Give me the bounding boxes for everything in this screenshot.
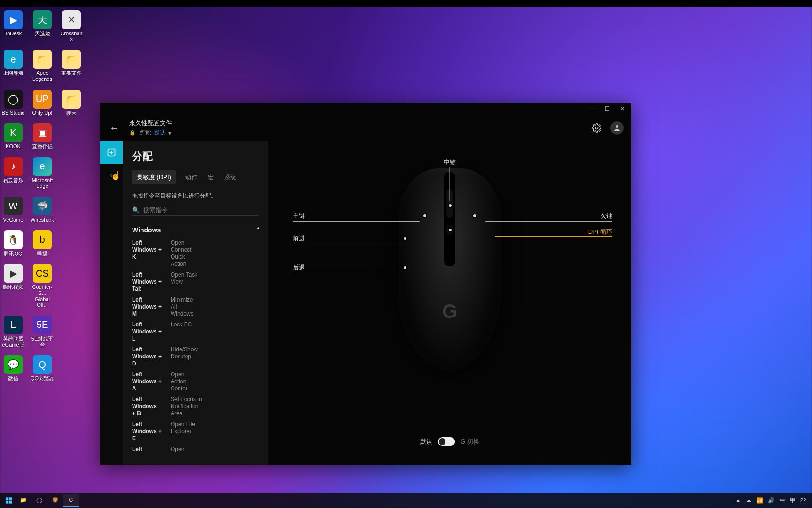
window-minimize-button[interactable]: ― [585, 103, 599, 114]
rail-sensitivity-button[interactable]: ‹ ☝ [100, 164, 123, 186]
command-row[interactable]: Left Windows + LLock PC [132, 319, 265, 344]
desktop-icon-netnav[interactable]: e上网导航 [0, 50, 26, 82]
profile-title: 永久性配置文件 [129, 119, 172, 127]
taskbar-explorer[interactable]: 📁 [15, 494, 31, 507]
command-desc: Lock PC [171, 321, 192, 342]
left-rail: ‹ ☝ [100, 141, 123, 465]
desktop-icon-chat[interactable]: 📁聊天 [58, 90, 85, 116]
desktop-icon-netease[interactable]: ♪易云音乐 [0, 157, 26, 189]
command-desc: Open [171, 446, 184, 453]
search-icon: 🔍 [132, 206, 140, 214]
tray-weather-icon[interactable]: ☁ [746, 497, 751, 504]
tray-volume-icon[interactable]: 🔊 [768, 497, 775, 504]
dot-dpi[interactable] [448, 228, 453, 232]
command-desc: Open Task View [171, 271, 197, 293]
desktop-icon-obs[interactable]: ◯BS Studio [0, 90, 26, 116]
user-icon [613, 124, 621, 132]
desktop-icon-5e[interactable]: 5E5E对战平台 [29, 316, 55, 348]
chevron-down-icon: ▾ [168, 130, 171, 136]
account-button[interactable] [610, 121, 624, 135]
plus-square-icon [107, 148, 116, 157]
desktop-icon-lol[interactable]: L英雄联盟 еGame版 [0, 316, 26, 348]
search-input[interactable] [143, 206, 259, 214]
desktop-icon-todesk[interactable]: ▶ToDesk [0, 10, 26, 42]
tray-time[interactable]: 22 [800, 497, 806, 504]
tray-overflow[interactable]: ▲ [735, 497, 741, 504]
toggle-gshift-label: G 切换 [461, 437, 479, 446]
command-row[interactable]: LeftOpen [132, 444, 265, 455]
command-row[interactable]: Left Windows + DHide/Show Desktop [132, 344, 265, 369]
section-windows[interactable]: Windows ˄ [132, 222, 265, 238]
dot-forward[interactable] [403, 236, 407, 241]
dot-back[interactable] [403, 265, 407, 270]
settings-button[interactable] [591, 122, 603, 134]
dot-secondary[interactable] [472, 214, 477, 218]
desktop-icon-csgo[interactable]: CSCounter-S... Global Off... [29, 264, 55, 308]
command-row[interactable]: Left Windows + TabOpen Task View [132, 270, 265, 294]
command-keys: Left Windows + D [132, 346, 166, 367]
taskbar-app2[interactable]: 🦁 [47, 494, 63, 507]
desktop-icon-qq[interactable]: 🐧腾讯QQ [0, 230, 26, 257]
command-keys: Left [132, 446, 166, 453]
tray-ime-zh[interactable]: 中 [780, 497, 785, 505]
tray-ime-mode[interactable]: 甲 [790, 497, 796, 505]
desktop-icon-wechat[interactable]: 💬微信 [0, 355, 26, 381]
taskbar-ghub[interactable]: G [63, 494, 79, 507]
tab-system[interactable]: 系统 [223, 170, 237, 184]
desktop-icon-edge[interactable]: eMicrosoft Edge [29, 157, 55, 189]
desktop-icon-important[interactable]: 📁重要文件 [58, 50, 85, 82]
command-desc: Set Focus in Notification Area [171, 396, 202, 417]
screen-top-black-bar [0, 0, 812, 7]
category-tabs: 灵敏度 (DPI) 动作 宏 系统 [123, 170, 268, 189]
device-canvas: G 中键 主键 次键 DPI 循环 前进 后退 [268, 141, 631, 465]
desktop-icon-bibo[interactable]: b哔播 [29, 230, 55, 257]
start-button[interactable] [3, 494, 15, 507]
gear-icon [592, 123, 601, 133]
gshift-switch[interactable] [438, 437, 455, 446]
desktop-icon-kook[interactable]: KKOOK [0, 123, 26, 150]
commands-list[interactable]: Windows ˄ Left Windows + KOpen Connect Q… [123, 219, 268, 465]
desktop-icon-crosshairx[interactable]: ✕Crosshair X [58, 10, 85, 42]
svg-rect-4 [9, 497, 12, 500]
windows-taskbar: 📁 ◯ 🦁 G ▲ ☁ 📶 🔊 中 甲 22 [0, 493, 812, 508]
command-row[interactable]: Left Windows + KOpen Connect Quick Actio… [132, 238, 265, 270]
command-desc: Open Action Center [171, 371, 187, 392]
desktop-icon-wegame[interactable]: WVeGame [0, 197, 26, 223]
command-keys: Left Windows + A [132, 371, 166, 392]
desktop-icon-qqbrowser[interactable]: QQQ浏览器 [29, 355, 55, 381]
window-titlebar: ― ☐ ✕ [100, 103, 631, 115]
command-desc: Hide/Show Desktop [171, 346, 198, 367]
system-tray: ▲ ☁ 📶 🔊 中 甲 22 [735, 497, 809, 505]
desktop-icon-tianxuanji[interactable]: 天天选姬 [29, 10, 55, 42]
command-row[interactable]: Left Windows + MMinimize All Windows [132, 294, 265, 319]
svg-rect-3 [6, 497, 8, 500]
assignments-panel: 分配 灵敏度 (DPI) 动作 宏 系统 拖拽指令至目标设备以进行分配。 🔍 W… [123, 141, 268, 465]
desktop-icon-livemate[interactable]: ▣直播伴侣 [29, 123, 55, 150]
window-close-button[interactable]: ✕ [615, 103, 629, 114]
tab-dpi[interactable]: 灵敏度 (DPI) [132, 170, 176, 184]
command-row[interactable]: Left Windows + AOpen Action Center [132, 369, 265, 394]
ghub-window: ― ☐ ✕ ← 永久性配置文件 🔒 桌面: 默认 ▾ [100, 103, 631, 465]
tab-macros[interactable]: 宏 [207, 170, 215, 184]
profile-selector[interactable]: 🔒 桌面: 默认 ▾ [129, 129, 172, 137]
command-row[interactable]: Left Windows + BSet Focus in Notificatio… [132, 394, 265, 419]
command-row[interactable]: Left Windows + EOpen File Explorer [132, 419, 265, 444]
desktop-icon-tencentvideo[interactable]: ▶腾讯视频 [0, 264, 26, 308]
desktop-icon-onlyup[interactable]: UPOnly Up! [29, 90, 55, 116]
command-desc: Open Connect Quick Action [171, 239, 192, 268]
rail-assign-button[interactable] [100, 141, 123, 164]
tray-network-icon[interactable]: 📶 [756, 497, 763, 504]
command-keys: Left Windows + K [132, 239, 166, 268]
search-field[interactable]: 🔍 [132, 205, 259, 216]
tab-actions[interactable]: 动作 [184, 170, 198, 184]
desktop-icon-apex[interactable]: 📁Apex Legends [29, 50, 55, 82]
dot-primary[interactable] [422, 214, 427, 218]
label-forward: 前进 [293, 234, 305, 243]
back-button[interactable]: ← [108, 121, 121, 135]
desktop-icon-wireshark[interactable]: 🦈Wireshark [29, 197, 55, 223]
dot-middle[interactable] [448, 203, 453, 208]
taskbar-app1[interactable]: ◯ [31, 494, 47, 507]
window-maximize-button[interactable]: ☐ [600, 103, 614, 114]
profile-context: 桌面: [139, 129, 151, 137]
line-back [293, 273, 401, 273]
